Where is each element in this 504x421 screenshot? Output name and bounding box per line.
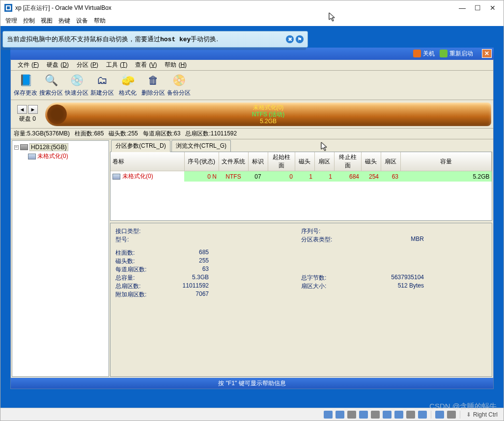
disk-cylinders: 柱面数:685 bbox=[75, 130, 104, 138]
notice-close-icon[interactable]: ✖ bbox=[286, 35, 294, 43]
tree-disk-label: HD128:(5GB) bbox=[29, 143, 68, 151]
disk-tree[interactable]: − HD128:(5GB) 未格式化(0) bbox=[12, 140, 109, 377]
status-shared-icon[interactable] bbox=[383, 411, 392, 419]
disk-nav: ◄ ► 硬盘 0 bbox=[13, 105, 42, 123]
notice-suppress-icon[interactable]: ⚑ bbox=[296, 35, 304, 43]
restart-button[interactable]: 重新启动 bbox=[440, 50, 473, 58]
trash-icon: 🗑 bbox=[146, 73, 161, 88]
tab-partition-params[interactable]: 分区参数(CTRL_D) bbox=[111, 140, 170, 152]
backup-icon: 📀 bbox=[171, 73, 186, 88]
dg-menu: 文件(F) 硬盘(D) 分区(P) 工具(T) 查看(V) 帮助(H) bbox=[11, 60, 493, 71]
disc-icon: 💿 bbox=[69, 73, 84, 88]
vbox-menu-hotkey[interactable]: 热键 bbox=[58, 17, 70, 25]
diskgenius-window: DiskGenius DOS版 V4.3.0 专业版 文件(F) 硬盘(D) 分… bbox=[10, 48, 494, 389]
dg-body: − HD128:(5GB) 未格式化(0) 分区参数(CTRL_D) 浏览文件(… bbox=[11, 139, 493, 378]
disk-total-sectors: 总扇区数:11011592 bbox=[185, 130, 237, 138]
disk-bar[interactable]: 未格式化(0) NTFS (活动) 5.2GB bbox=[45, 103, 491, 126]
tree-partition-label: 未格式化(0) bbox=[37, 152, 68, 160]
notice-text: 当前虚拟电脑中的系统不支持鼠标自动切换，需要通过host key手动切换. bbox=[7, 35, 286, 44]
vbox-title: xp [正在运行] - Oracle VM VirtualBox bbox=[15, 4, 459, 12]
dg-menu-disk[interactable]: 硬盘(D) bbox=[43, 60, 71, 70]
table-header-row: 卷标 序号(状态) 文件系统 标识 起始柱面 磁头 扇区 终止柱面 磁头 扇区 bbox=[111, 152, 492, 171]
dg-menu-help[interactable]: 帮助(H) bbox=[161, 60, 189, 70]
vbox-menu-manage[interactable]: 管理 bbox=[5, 17, 17, 25]
tool-backup[interactable]: 📀备份分区 bbox=[166, 72, 192, 99]
tool-save[interactable]: 📘保存更改 bbox=[13, 72, 38, 99]
close-button[interactable]: ✕ bbox=[490, 4, 496, 12]
restart-icon bbox=[440, 50, 448, 57]
status-hdd-icon[interactable] bbox=[324, 411, 333, 419]
disk-spt: 每道扇区数:63 bbox=[143, 130, 181, 138]
svg-rect-2 bbox=[7, 6, 10, 9]
vbox-window: xp [正在运行] - Oracle VM VirtualBox — ☐ ✕ 管… bbox=[0, 0, 504, 421]
status-usb-icon[interactable] bbox=[371, 411, 380, 419]
disk-heads: 磁头数:255 bbox=[109, 130, 138, 138]
host-key-indicator[interactable]: ⬇Right Ctrl bbox=[464, 411, 500, 418]
save-icon: 📘 bbox=[18, 73, 33, 88]
power-icon bbox=[413, 50, 421, 57]
vbox-menu-view[interactable]: 视图 bbox=[41, 17, 53, 25]
status-keyboard-icon[interactable] bbox=[447, 411, 456, 419]
disk-detail-panel: 接口类型: 序列号: 型号: 分区表类型:MBR 柱面数:685 bbox=[110, 223, 492, 377]
status-record-icon[interactable] bbox=[406, 411, 415, 419]
status-network-icon[interactable] bbox=[359, 411, 368, 419]
prev-disk-button[interactable]: ◄ bbox=[17, 105, 27, 114]
tool-format[interactable]: 🧽格式化 bbox=[115, 72, 140, 99]
disk-status-line: 容量:5.3GB(5376MB) 柱面数:685 磁头数:255 每道扇区数:6… bbox=[11, 129, 493, 139]
vbox-menu-devices[interactable]: 设备 bbox=[76, 17, 88, 25]
status-audio-icon[interactable] bbox=[347, 411, 356, 419]
guest-screen: 当前虚拟电脑中的系统不支持鼠标自动切换，需要通过host key手动切换. ✖ … bbox=[0, 26, 504, 408]
disk-bar-text: 未格式化(0) NTFS (活动) 5.2GB bbox=[252, 104, 285, 125]
status-mouse-icon[interactable] bbox=[435, 411, 444, 419]
tab-browse-files[interactable]: 浏览文件(CTRL_G) bbox=[171, 140, 231, 152]
dg-toolbar: 📘保存更改 🔍搜索分区 💿快速分区 🗂新建分区 🧽格式化 🗑删除分区 📀备份分区 bbox=[11, 71, 493, 100]
status-cpu-icon[interactable] bbox=[418, 411, 427, 419]
vbox-statusbar: ⬇Right Ctrl bbox=[0, 408, 504, 421]
table-row[interactable]: 未格式化(0) 0 N NTFS 07 0 1 1 684 254 63 5.2 bbox=[111, 171, 492, 182]
tree-disk-node[interactable]: − HD128:(5GB) bbox=[14, 143, 107, 152]
vbox-menu-help[interactable]: 帮助 bbox=[94, 17, 106, 25]
vbox-menu: 管理 控制 视图 热键 设备 帮助 bbox=[0, 15, 504, 26]
partition-table[interactable]: 卷标 序号(状态) 文件系统 标识 起始柱面 磁头 扇区 终止柱面 磁头 扇区 bbox=[110, 152, 492, 221]
vbox-menu-control[interactable]: 控制 bbox=[23, 17, 35, 25]
tree-collapse-icon[interactable]: − bbox=[14, 145, 19, 150]
hdd-icon bbox=[20, 144, 28, 150]
dg-right-panel: 分区参数(CTRL_D) 浏览文件(CTRL_G) 卷标 序号(状态) 文件系统… bbox=[110, 140, 492, 377]
format-icon: 🧽 bbox=[120, 73, 135, 88]
dg-menu-tools[interactable]: 工具(T) bbox=[102, 60, 129, 70]
vbox-app-icon bbox=[4, 4, 12, 12]
xp-close-button[interactable]: ✕ bbox=[482, 49, 492, 58]
status-optical-icon[interactable] bbox=[336, 411, 344, 419]
maximize-button[interactable]: ☐ bbox=[475, 4, 481, 12]
tool-search[interactable]: 🔍搜索分区 bbox=[38, 72, 64, 99]
tree-partition-node[interactable]: 未格式化(0) bbox=[14, 152, 107, 161]
dg-menu-partition[interactable]: 分区(P) bbox=[73, 60, 100, 70]
minimize-button[interactable]: — bbox=[459, 4, 466, 12]
tool-newpart[interactable]: 🗂新建分区 bbox=[89, 72, 115, 99]
newpart-icon: 🗂 bbox=[95, 73, 110, 88]
window-buttons: — ☐ ✕ bbox=[459, 4, 500, 12]
partition-icon bbox=[112, 174, 120, 180]
status-display-icon[interactable] bbox=[394, 411, 403, 419]
disk-nav-label: 硬盘 0 bbox=[19, 115, 36, 123]
mouse-capture-notice: 当前虚拟电脑中的系统不支持鼠标自动切换，需要通过host key手动切换. ✖ … bbox=[2, 31, 308, 48]
tool-delete[interactable]: 🗑删除分区 bbox=[140, 72, 166, 99]
dg-menu-file[interactable]: 文件(F) bbox=[14, 60, 41, 70]
vbox-titlebar[interactable]: xp [正在运行] - Oracle VM VirtualBox — ☐ ✕ bbox=[0, 0, 504, 15]
dg-tabs: 分区参数(CTRL_D) 浏览文件(CTRL_G) bbox=[110, 140, 492, 152]
disk-capacity: 容量:5.3GB(5376MB) bbox=[14, 130, 70, 138]
shutdown-button[interactable]: 关机 bbox=[413, 50, 435, 58]
dg-footer: 按 "F1" 键可显示帮助信息 bbox=[11, 378, 493, 389]
search-icon: 🔍 bbox=[44, 73, 58, 88]
xp-logoff-bar: 关机 重新启动 ✕ bbox=[10, 48, 494, 59]
dg-menu-view[interactable]: 查看(V) bbox=[131, 60, 159, 70]
partition-icon bbox=[28, 154, 36, 159]
tool-quickpart[interactable]: 💿快速分区 bbox=[64, 72, 89, 99]
disk-overview: ◄ ► 硬盘 0 未格式化(0) NTFS (活动) 5.2GB bbox=[11, 100, 493, 129]
next-disk-button[interactable]: ► bbox=[28, 105, 38, 114]
